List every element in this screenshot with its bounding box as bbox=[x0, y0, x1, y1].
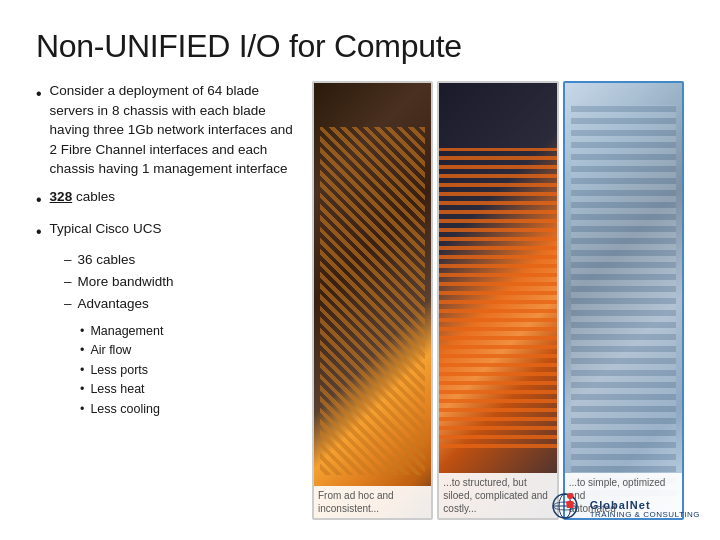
adv-dot-3: • bbox=[80, 362, 84, 380]
adv-1: • Management bbox=[80, 323, 296, 341]
adv-dot-2: • bbox=[80, 342, 84, 360]
bullet-dot-1: • bbox=[36, 82, 42, 105]
sub-bullet-3-text: Advantages bbox=[78, 295, 149, 314]
bullet-2-underline: 328 bbox=[50, 189, 73, 204]
images-row: From ad hoc and inconsistent... ...to st… bbox=[312, 81, 684, 520]
adv-5-text: Less cooling bbox=[90, 401, 160, 419]
bullet-3-text: Typical Cisco UCS bbox=[50, 219, 162, 239]
adv-2: • Air flow bbox=[80, 342, 296, 360]
logo-area: GlobalNet TRAINING & CONSULTING bbox=[546, 490, 700, 528]
sub-bullet-1-text: 36 cables bbox=[78, 251, 136, 270]
sub-bullets: – 36 cables – More bandwidth – Advantage… bbox=[64, 251, 296, 317]
slide-container: Non-UNIFIED I/O for Compute • Consider a… bbox=[0, 0, 720, 540]
adv-5: • Less cooling bbox=[80, 401, 296, 419]
image-structured-caption: ...to structured, but siloed, complicate… bbox=[439, 473, 556, 518]
image-adhoc: From ad hoc and inconsistent... bbox=[312, 81, 433, 520]
globalnet-logo-icon bbox=[546, 490, 584, 528]
bullet-dot-2: • bbox=[36, 188, 42, 211]
bullet-1: • Consider a deployment of 64 blade serv… bbox=[36, 81, 296, 179]
sub-dash-1: – bbox=[64, 251, 72, 270]
images-column: From ad hoc and inconsistent... ...to st… bbox=[312, 81, 684, 520]
sub-bullet-2-text: More bandwidth bbox=[78, 273, 174, 292]
adv-3-text: Less ports bbox=[90, 362, 148, 380]
bullet-3: • Typical Cisco UCS bbox=[36, 219, 296, 243]
adv-dot-5: • bbox=[80, 401, 84, 419]
bullet-2-suffix: cables bbox=[72, 189, 115, 204]
slide-title: Non-UNIFIED I/O for Compute bbox=[36, 28, 684, 65]
bullet-dot-3: • bbox=[36, 220, 42, 243]
sub-dash-2: – bbox=[64, 273, 72, 292]
img1-caption-line2: inconsistent... bbox=[318, 503, 379, 514]
logo-text-block: GlobalNet TRAINING & CONSULTING bbox=[590, 499, 700, 520]
adv-2-text: Air flow bbox=[90, 342, 131, 360]
img1-caption-line1: From ad hoc and bbox=[318, 490, 394, 501]
adv-dot-1: • bbox=[80, 323, 84, 341]
bullet-2-content: 328 cables bbox=[50, 187, 115, 207]
text-column: • Consider a deployment of 64 blade serv… bbox=[36, 81, 296, 520]
image-optimized: ...to simple, optimized and automated bbox=[563, 81, 684, 520]
bullet-2: • 328 cables bbox=[36, 187, 296, 211]
sub-bullet-1: – 36 cables bbox=[64, 251, 296, 270]
adv-4: • Less heat bbox=[80, 381, 296, 399]
sub-bullet-3: – Advantages bbox=[64, 295, 296, 314]
img2-caption-line2: siloed, complicated and costly... bbox=[443, 490, 548, 514]
adv-dot-4: • bbox=[80, 381, 84, 399]
image-structured: ...to structured, but siloed, complicate… bbox=[437, 81, 558, 520]
img2-caption-line1: ...to structured, but bbox=[443, 477, 526, 488]
logo-name: GlobalNet bbox=[590, 499, 700, 511]
image-adhoc-caption: From ad hoc and inconsistent... bbox=[314, 486, 431, 518]
sub-bullet-2: – More bandwidth bbox=[64, 273, 296, 292]
bullet-1-text: Consider a deployment of 64 blade server… bbox=[50, 81, 296, 179]
adv-4-text: Less heat bbox=[90, 381, 144, 399]
logo-subtitle: TRAINING & CONSULTING bbox=[590, 511, 700, 520]
adv-1-text: Management bbox=[90, 323, 163, 341]
sub-dash-3: – bbox=[64, 295, 72, 314]
adv-3: • Less ports bbox=[80, 362, 296, 380]
svg-point-4 bbox=[567, 493, 573, 499]
advantages-list: • Management • Air flow • Less ports • L… bbox=[80, 323, 296, 421]
slide-content: • Consider a deployment of 64 blade serv… bbox=[36, 81, 684, 520]
